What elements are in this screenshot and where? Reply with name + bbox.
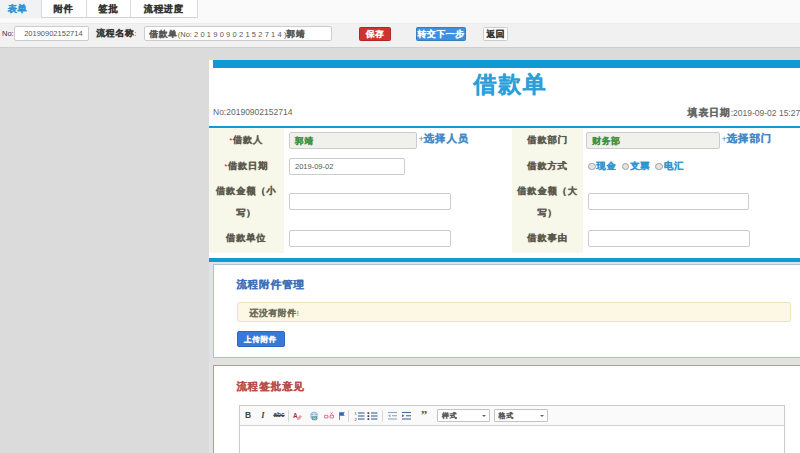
- svg-text:1: 1: [354, 411, 357, 416]
- svg-text:A: A: [293, 412, 298, 419]
- svg-text:2: 2: [354, 416, 357, 421]
